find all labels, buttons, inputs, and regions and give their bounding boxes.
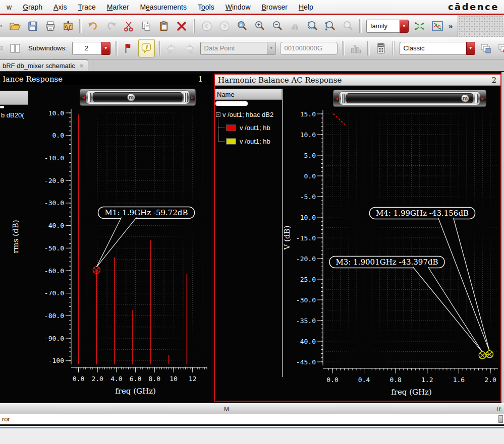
menu-tools[interactable]: Tools: [192, 1, 220, 13]
subwindow-1[interactable]: lance Response 1 ◀ m ▶ b dB20( 10.00.0-1…: [0, 74, 211, 402]
cadence-logo: cādence: [448, 2, 504, 12]
marker-label: M3: 1.9001GHz -43.397dB: [335, 258, 438, 267]
delete-icon[interactable]: [173, 17, 190, 35]
x-zoom-slider-1[interactable]: ◀ m ▶: [80, 89, 196, 106]
histogram-icon[interactable]: [348, 39, 364, 57]
flag-icon[interactable]: [121, 39, 137, 57]
trace-color-swatch[interactable]: [226, 138, 236, 145]
svg-text:-60.0: -60.0: [44, 267, 64, 275]
combo-arrow-icon[interactable]: ▼: [400, 20, 409, 33]
prev-point-icon[interactable]: [163, 39, 180, 57]
marker-badge-icon[interactable]: m: [127, 93, 135, 101]
pan-icon[interactable]: [287, 17, 303, 35]
trace-color-swatch[interactable]: [226, 124, 236, 131]
save-windows-icon[interactable]: [478, 39, 494, 57]
console-line: ror: [0, 414, 504, 426]
svg-text:0.8: 0.8: [389, 376, 401, 384]
print-icon[interactable]: [42, 17, 59, 35]
tab-db-mixer-schematic[interactable]: bRF db_mixer schematic ×: [0, 59, 88, 71]
legend-group-row[interactable]: - v /out1; hbac dB2: [216, 111, 273, 118]
swap-sweep-icon[interactable]: [411, 17, 428, 35]
svg-text:10.0: 10.0: [48, 109, 64, 117]
subwindow-2[interactable]: Harmonic Balance AC Response 2 ◀ m ▶ Nam…: [214, 74, 501, 402]
application-window: wGraphAxisTraceMarkerMeasurementsToolsWi…: [0, 0, 504, 444]
zoom-y-icon[interactable]: [322, 17, 339, 35]
plot-canvas-1[interactable]: 10.00.0-10.0-20.0-30.0-40.0-50.0-60.0-70…: [0, 74, 211, 401]
tab-close-icon[interactable]: ×: [80, 62, 84, 69]
tab-divider: [92, 61, 92, 70]
line-trace: [333, 114, 346, 124]
calculator-icon[interactable]: [373, 39, 389, 57]
status-bar: M: R:: [0, 403, 504, 414]
marker-badge-icon[interactable]: m: [461, 94, 469, 102]
combo-arrow-icon[interactable]: ▼: [101, 42, 110, 55]
svg-text:-15.0: -15.0: [296, 234, 316, 242]
family-combo[interactable]: family▼: [366, 20, 409, 33]
tile-windows-icon[interactable]: [7, 39, 23, 57]
panel-title: Harmonic Balance AC Response: [218, 76, 342, 85]
svg-text:-5.0: -5.0: [300, 193, 316, 201]
open-folder-icon[interactable]: [7, 17, 23, 35]
undo-icon[interactable]: [85, 17, 101, 35]
display-graph-icon[interactable]: [60, 17, 76, 35]
data-point-combo[interactable]: Data Point▼: [200, 42, 276, 55]
slider-left-arrow-icon[interactable]: ◀: [334, 96, 339, 101]
x-zoom-slider-2[interactable]: ◀ m ▶: [333, 90, 486, 107]
close-windows-icon[interactable]: [495, 39, 504, 57]
zoom-fit-icon[interactable]: [234, 17, 250, 35]
slider-grip-icon[interactable]: [341, 94, 345, 103]
copy-icon[interactable]: [138, 17, 154, 35]
legend-name-header[interactable]: Name: [215, 89, 282, 100]
slider-window[interactable]: m: [346, 93, 473, 103]
slider-grip-icon[interactable]: [184, 93, 188, 102]
slider-grip-icon[interactable]: [475, 94, 478, 103]
forward-icon[interactable]: [216, 17, 233, 35]
subwindows-combo[interactable]: 2▼: [72, 42, 110, 55]
legend-splitter[interactable]: [282, 89, 283, 377]
menu-window[interactable]: Window: [220, 1, 256, 13]
menu-marker[interactable]: Marker: [101, 1, 135, 13]
legend-item-red[interactable]: v /out1; hb: [226, 124, 270, 132]
red-arrow-fragment: [1, 17, 6, 35]
legend-item-yellow[interactable]: v /out1; hb: [226, 138, 270, 145]
menu-help[interactable]: Help: [293, 1, 319, 13]
slider-grip-icon[interactable]: [88, 93, 91, 102]
x-axis-label: freq (GHz): [115, 387, 156, 396]
slider-right-arrow-icon[interactable]: ▶: [190, 95, 195, 100]
menu-graph[interactable]: Graph: [17, 1, 48, 13]
zoom-area-icon[interactable]: [304, 17, 321, 35]
next-point-icon[interactable]: [181, 39, 198, 57]
svg-text:-25.0: -25.0: [296, 276, 316, 283]
zoom-prev-icon[interactable]: [340, 17, 356, 35]
overlay-sweep-icon[interactable]: [429, 17, 445, 35]
slider-handle[interactable]: m: [339, 91, 480, 105]
collapse-icon[interactable]: -: [216, 112, 220, 117]
slider-window[interactable]: m: [93, 92, 183, 102]
back-icon[interactable]: [198, 17, 215, 35]
toolbar-overflow-icon[interactable]: »: [446, 22, 455, 30]
legend-item[interactable]: b dB20(: [1, 111, 24, 119]
menu-trace[interactable]: Trace: [73, 1, 101, 13]
slider-left-arrow-icon[interactable]: ◀: [81, 95, 86, 100]
legend-item-label: v /out1; hb: [240, 138, 270, 145]
redo-icon[interactable]: [102, 17, 119, 35]
y-axis-label: rms (dB): [11, 220, 20, 253]
slider-right-arrow-icon[interactable]: ▶: [480, 96, 485, 101]
zoom-out-icon[interactable]: [269, 17, 286, 35]
zoom-in-icon[interactable]: [251, 17, 268, 35]
svg-text:0.0: 0.0: [326, 376, 338, 384]
info-icon[interactable]: i: [138, 39, 155, 57]
slider-handle[interactable]: m: [86, 90, 190, 104]
paste-icon[interactable]: [155, 17, 172, 35]
appearance-combo[interactable]: Classic▼: [400, 42, 475, 55]
combo-arrow-icon[interactable]: ▼: [267, 42, 276, 55]
save-icon[interactable]: [24, 17, 41, 35]
menu-measurements[interactable]: Measurements: [134, 1, 192, 13]
console-scrollbar[interactable]: [498, 415, 503, 423]
menu-w[interactable]: w: [1, 1, 17, 13]
cut-icon[interactable]: [120, 17, 137, 35]
menu-axis[interactable]: Axis: [48, 1, 72, 13]
menu-browser[interactable]: Browser: [256, 1, 293, 13]
combo-arrow-icon[interactable]: ▼: [466, 42, 475, 55]
value-field[interactable]: 001000000G: [280, 42, 338, 55]
